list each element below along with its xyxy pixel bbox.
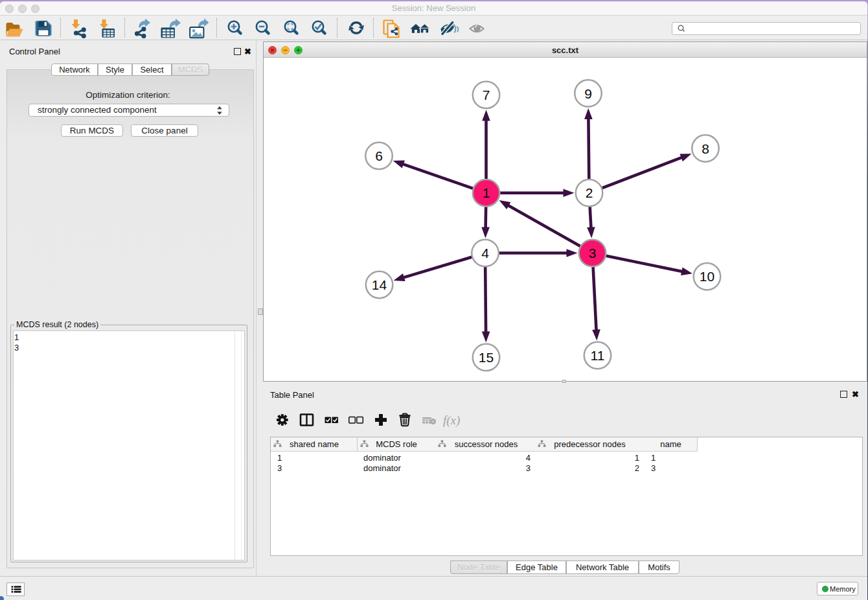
svg-text:f(x): f(x) <box>443 413 460 428</box>
svg-text:6: 6 <box>375 148 383 163</box>
svg-text:15: 15 <box>479 350 494 365</box>
svg-text:4: 4 <box>481 246 489 260</box>
svg-text:3: 3 <box>589 246 597 260</box>
svg-text:2: 2 <box>586 185 593 200</box>
svg-text:1: 1 <box>483 185 490 200</box>
svg-text:9: 9 <box>584 86 592 101</box>
svg-text:8: 8 <box>702 141 709 156</box>
svg-text:14: 14 <box>372 277 387 292</box>
svg-text:11: 11 <box>591 348 605 363</box>
svg-text:10: 10 <box>700 269 714 284</box>
svg-text:7: 7 <box>483 87 490 102</box>
